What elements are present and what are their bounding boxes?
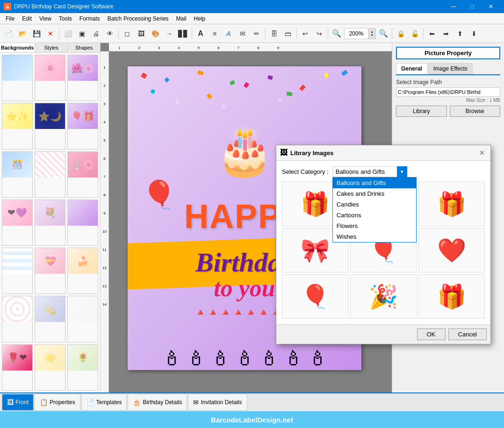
dropdown-item-wishes[interactable]: Wishes (333, 231, 416, 242)
dropdown-arrow[interactable]: ▼ (397, 166, 407, 177)
category-label: Select Category : (282, 168, 329, 175)
modal-cancel-button[interactable]: Cancel (448, 328, 487, 340)
img-cell-8[interactable]: 🎉 (350, 274, 417, 319)
modal-titlebar: 🖼 Library Images ✕ (276, 145, 490, 161)
img-cell-6[interactable]: ❤️ (418, 228, 485, 272)
modal-icon: 🖼 (280, 149, 288, 157)
img-cell-3[interactable]: 🎁 (418, 182, 485, 226)
category-select-wrapper: Balloons and Gifts Cakes and Drinks Cand… (332, 166, 407, 177)
dropdown-item-cakes[interactable]: Cakes and Drinks (333, 188, 416, 199)
modal-ok-button[interactable]: OK (417, 328, 446, 340)
modal-overlay: 🖼 Library Images ✕ Select Category : Bal… (0, 0, 504, 428)
img-cell-7[interactable]: 🎈 (282, 274, 348, 319)
dropdown-item-flowers[interactable]: Flowers (333, 221, 416, 231)
dropdown-item-candles[interactable]: Candles (333, 199, 416, 210)
modal-category: Select Category : Balloons and Gifts Cak… (282, 166, 485, 177)
modal-footer: OK Cancel (276, 324, 490, 344)
dropdown-item-cartoons[interactable]: Cartoons (333, 210, 416, 221)
dropdown-list: Balloons and Gifts Cakes and Drinks Cand… (332, 177, 417, 243)
modal-body: Select Category : Balloons and Gifts Cak… (276, 161, 490, 324)
library-modal: 🖼 Library Images ✕ Select Category : Bal… (276, 145, 491, 344)
modal-title: 🖼 Library Images (280, 149, 334, 157)
modal-close-button[interactable]: ✕ (477, 148, 487, 157)
category-select[interactable]: Balloons and Gifts Cakes and Drinks Cand… (332, 166, 407, 177)
modal-title-text: Library Images (290, 150, 334, 157)
dropdown-item-balloons[interactable]: Balloons and Gifts (333, 178, 416, 188)
img-cell-9[interactable]: 🎁 (418, 274, 485, 319)
